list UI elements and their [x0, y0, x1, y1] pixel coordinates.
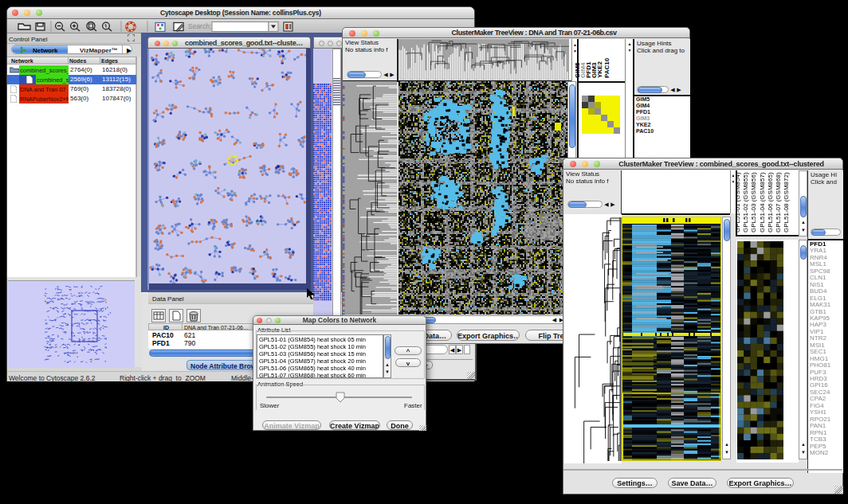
svg-text:Search:: Search: — [188, 22, 211, 30]
